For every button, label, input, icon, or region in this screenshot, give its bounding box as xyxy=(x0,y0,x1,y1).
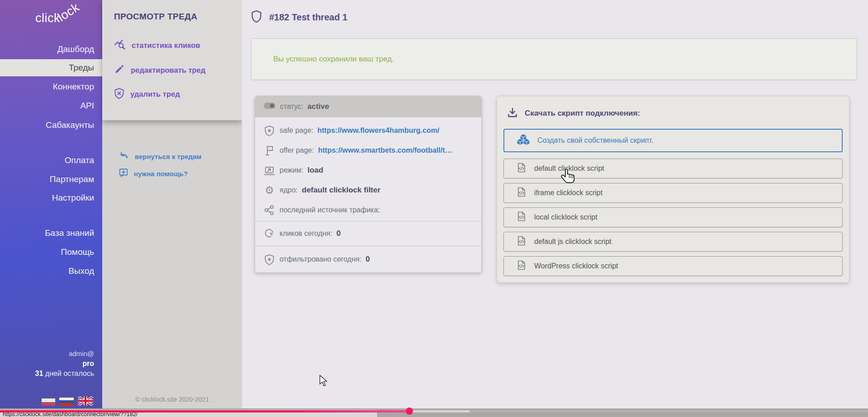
thread-menu-panel: ПРОСМОТР ТРЕДА статистика кликов редакти… xyxy=(102,0,242,408)
language-switcher xyxy=(42,396,93,406)
chart-search-icon xyxy=(114,38,126,52)
menu-item-click-stats[interactable]: статистика кликов xyxy=(114,39,200,52)
row-label: safe page: xyxy=(280,127,313,135)
button-label: default clicklock script xyxy=(534,164,604,173)
russia-flag-icon[interactable] xyxy=(59,398,74,406)
main-content: #182 Test thread 1 Вы успешно сохранили … xyxy=(242,0,868,408)
video-progress-track[interactable] xyxy=(0,410,868,412)
click-icon xyxy=(263,228,275,239)
menu-item-label: статистика кликов xyxy=(132,41,200,50)
download-icon xyxy=(507,107,518,120)
cubes-icon xyxy=(517,134,530,147)
bottom-strip: https://clicklock.site/dashboard/connect… xyxy=(0,408,868,417)
sidebar-item-dashboard[interactable]: Дашборд xyxy=(0,43,102,55)
row-offer-page: offer page: https://www.smartbets.com/fo… xyxy=(255,141,481,160)
code-file-icon xyxy=(517,162,526,175)
row-safe-page: safe page: https://www.flowers4hamburg.c… xyxy=(255,121,481,141)
thread-menu-title: ПРОСМОТР ТРЕДА xyxy=(114,12,197,22)
laptop-arrow-icon xyxy=(263,165,275,176)
sidebar-item-api[interactable]: API xyxy=(0,100,102,112)
sidebar: click lock Дашборд Треды Коннектор API С… xyxy=(0,0,102,408)
row-core: ⚙ ядро: default clicklock filter xyxy=(255,180,481,200)
toggle-icon xyxy=(263,101,276,112)
row-label: последний источник трафика: xyxy=(280,206,380,214)
button-label: iframe clicklock script xyxy=(534,189,602,197)
menu-item-label: удалить тред xyxy=(130,90,180,98)
sidebar-item-connector[interactable]: Коннектор xyxy=(0,81,102,93)
script-button-default[interactable]: default clicklock script xyxy=(503,159,843,178)
code-file-icon xyxy=(517,235,526,248)
clicklock-logo[interactable]: click lock xyxy=(35,3,95,30)
status-value: active xyxy=(307,102,329,111)
back-to-threads-link[interactable]: вернуться к тредам xyxy=(119,151,201,162)
link-label: нужна помощь? xyxy=(134,170,188,178)
sidebar-item-help[interactable]: Помощь xyxy=(0,246,102,258)
button-label: local clicklock script xyxy=(534,213,598,221)
row-label: кликов сегодня: xyxy=(280,230,332,238)
copyright-footer: © clicklock.site 2020-2021 xyxy=(102,396,242,403)
button-label: Создать свой собственный скрипт. xyxy=(537,136,654,145)
download-script-card: Скачать скрипт подключения: Создать свой… xyxy=(497,96,849,283)
code-file-icon xyxy=(517,187,526,199)
success-alert-text: Вы успешно сохранили ваш тред. xyxy=(273,55,394,64)
button-label: default js clicklock script xyxy=(534,238,612,246)
script-button-iframe[interactable]: iframe clicklock script xyxy=(503,183,843,203)
status-label: статус: xyxy=(280,103,303,111)
code-file-icon xyxy=(517,211,526,224)
sidebar-item-knowledge-base[interactable]: База знаний xyxy=(0,227,102,239)
shield-star-icon xyxy=(263,254,275,265)
shield-icon xyxy=(251,10,262,25)
status-card-body: safe page: https://www.flowers4hamburg.c… xyxy=(255,117,481,221)
shield-star-icon xyxy=(263,125,275,136)
link-label: вернуться к тредам xyxy=(135,153,201,160)
sidebar-item-partners[interactable]: Партнерам xyxy=(0,173,102,185)
gear-icon: ⚙ xyxy=(263,185,275,196)
button-label: WordPress clicklock script xyxy=(534,262,618,270)
account-plan: pro xyxy=(35,359,94,369)
video-progress-played xyxy=(0,410,406,412)
create-own-script-button[interactable]: Создать свой собственный скрипт. xyxy=(503,129,843,152)
comment-plus-icon xyxy=(119,168,128,179)
download-card-title: Скачать скрипт подключения: xyxy=(525,109,640,118)
video-progress-handle[interactable] xyxy=(406,408,413,415)
row-label: отфильтровано сегодня: xyxy=(280,255,361,263)
sidebar-item-payment[interactable]: Оплата xyxy=(0,155,102,166)
sidebar-item-logout[interactable]: Выход xyxy=(0,265,102,277)
share-icon xyxy=(263,205,275,216)
download-card-header: Скачать скрипт подключения: xyxy=(507,103,843,123)
clicks-today-value: 0 xyxy=(337,229,341,238)
script-button-default-js[interactable]: default js clicklock script xyxy=(503,232,843,252)
menu-item-label: редактировать тред xyxy=(131,66,205,75)
page-title: #182 Test thread 1 xyxy=(269,12,347,23)
row-label: offer page: xyxy=(280,146,314,155)
sidebar-item-threads[interactable]: Треды xyxy=(0,59,102,76)
row-label: ядро: xyxy=(280,186,298,194)
account-days-left: 31 дней осталось xyxy=(35,369,94,379)
script-button-local[interactable]: local clicklock script xyxy=(503,207,843,227)
core-value: default clicklock filter xyxy=(302,186,380,195)
script-button-wordpress[interactable]: WordPress clicklock script xyxy=(503,256,843,276)
thread-status-card: статус: active safe page: https://www.fl… xyxy=(255,96,482,273)
row-last-traffic-source: последний источник трафика: xyxy=(255,200,481,220)
offer-page-link[interactable]: https://www.smartbets.com/football/tea… xyxy=(318,146,454,155)
menu-item-edit-thread[interactable]: редактировать тред xyxy=(114,64,205,76)
row-clicks-today: кликов сегодня: 0 xyxy=(255,221,481,246)
code-file-icon xyxy=(517,260,526,272)
uk-flag-icon[interactable] xyxy=(78,396,93,406)
safe-page-link[interactable]: https://www.flowers4hamburg.com/ xyxy=(318,127,440,135)
row-label: режим: xyxy=(280,166,304,174)
success-alert: Вы успешно сохранили ваш тред. xyxy=(251,38,857,80)
status-card-header: статус: active xyxy=(255,96,481,117)
account-email: admin@ xyxy=(35,349,94,359)
sidebar-item-settings[interactable]: Настройки xyxy=(0,192,102,204)
sidebar-item-subaccounts[interactable]: Сабакаунты xyxy=(0,119,102,131)
shield-x-icon xyxy=(114,88,124,101)
menu-item-delete-thread[interactable]: удалить тред xyxy=(114,88,180,100)
need-help-link[interactable]: нужна помощь? xyxy=(119,168,188,179)
mode-value: load xyxy=(308,166,323,175)
flag-icon xyxy=(263,145,275,156)
row-mode: режим: load xyxy=(255,160,481,180)
row-filtered-today: отфильтровано сегодня: 0 xyxy=(255,246,481,272)
filtered-today-value: 0 xyxy=(365,255,370,264)
poland-flag-icon[interactable] xyxy=(42,398,55,406)
